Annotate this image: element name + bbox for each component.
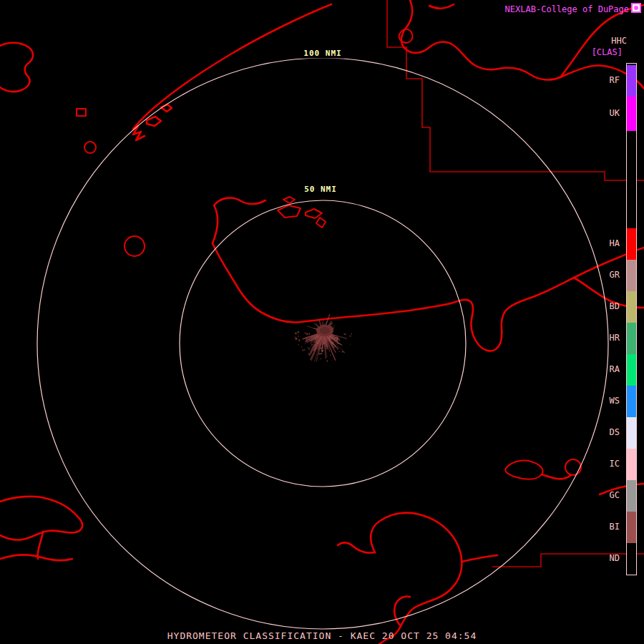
legend-swatch-ic	[627, 449, 636, 480]
legend-label-bd: BD	[610, 301, 620, 311]
legend-swatch-ws	[627, 386, 636, 417]
nexlab-logo-icon	[631, 3, 641, 13]
legend-swatch-bi	[627, 512, 636, 543]
legend-swatch-gc	[627, 480, 636, 512]
legend-label-gr: GR	[610, 270, 620, 280]
legend-label-gc: GC	[610, 490, 620, 500]
product-code: HHC	[611, 36, 627, 46]
legend-swatch-uk	[627, 97, 636, 131]
colorbar	[626, 63, 637, 575]
legend-swatch-ds	[627, 417, 636, 449]
legend-label-ha: HA	[610, 238, 620, 248]
range-ring-label-50nmi: 50 NMI	[301, 184, 340, 195]
legend-label-bi: BI	[610, 522, 620, 532]
legend-label-hr: HR	[610, 333, 620, 343]
legend-label-rf: RF	[610, 75, 620, 85]
legend-swatch-hr	[627, 323, 636, 354]
legend-label-ra: RA	[610, 364, 620, 374]
legend-label-uk: UK	[610, 108, 620, 118]
legend-swatch-nd	[627, 543, 636, 575]
classification-tag: [CLAS]	[592, 47, 623, 57]
county-borders	[387, 0, 644, 567]
range-ring-label-100nmi: 100 NMI	[301, 48, 344, 59]
radar-display: 100 NMI 50 NMI NEXLAB-College of DuPage …	[0, 0, 644, 644]
legend-swatch-ha	[627, 228, 636, 260]
legend-swatch-ra	[627, 354, 636, 386]
legend-swatch-bd	[627, 291, 636, 323]
legend-label-nd: ND	[610, 553, 620, 563]
product-title: HYDROMETEOR CLASSIFICATION - KAEC 20 OCT…	[0, 630, 644, 641]
radar-map	[0, 0, 644, 644]
legend-label-ws: WS	[610, 396, 620, 406]
legend-label-ds: DS	[610, 427, 620, 437]
brand-title: NEXLAB-College of DuPage	[505, 4, 629, 14]
legend-swatch-gr	[627, 260, 636, 291]
legend-label-ic: IC	[610, 459, 620, 469]
legend-swatch-rf	[627, 65, 636, 97]
